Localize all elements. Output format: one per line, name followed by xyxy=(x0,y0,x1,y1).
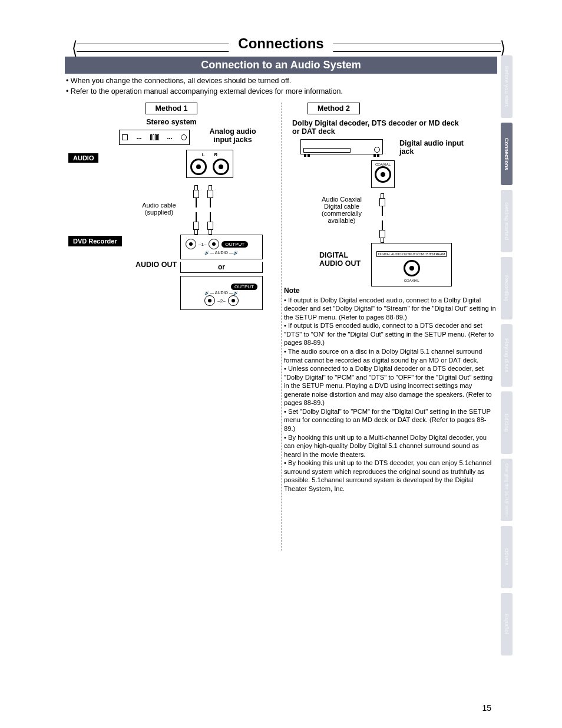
tab-getting-started[interactable]: Getting started xyxy=(501,190,513,252)
analog-input-label: Analog audio input jacks xyxy=(200,127,265,144)
note-item: • If output is DTS encoded audio, connec… xyxy=(284,321,497,347)
audio-pill: AUDIO xyxy=(68,153,98,163)
amplifier-icon xyxy=(119,130,190,145)
note-section: Note • If output is Dolby Digital encode… xyxy=(284,286,497,493)
decoder-label: Dolby Digital decoder, DTS decoder or MD… xyxy=(292,119,463,136)
chevron-left-icon: ⟨ xyxy=(72,38,77,59)
note-item: • By hooking this unit up to a Multi-cha… xyxy=(284,433,497,459)
cable-plugs-bottom xyxy=(193,212,213,235)
title-banner: ⟨ ⟩ Connections xyxy=(65,35,497,52)
cable-plugs-top xyxy=(193,185,213,207)
method2-label: Method 2 xyxy=(308,103,360,114)
deck-icon xyxy=(300,139,383,157)
method1-column: Method 1 Stereo system Analog xyxy=(65,103,278,493)
panel-header-label: DIGITAL AUDIO OUTPUT PCM / BITSTREAM xyxy=(376,251,447,257)
coax-plug-top xyxy=(379,193,385,216)
intro-line-2: • Refer to the operation manual accompan… xyxy=(65,87,497,97)
or-divider: or xyxy=(180,262,263,273)
analog-jacks-panel: LR xyxy=(186,150,233,178)
coax-cable-label: Audio Coaxial Digital cable (commerciall… xyxy=(312,196,371,224)
coax-plug-bottom xyxy=(379,220,385,243)
rca-jack-icon xyxy=(204,295,215,306)
note-item: • If output is Dolby Digital encoded aud… xyxy=(284,296,497,322)
output-panel-1: –1– OUTPUT 🔊— AUDIO —🔊 xyxy=(180,235,263,259)
digital-audio-out-label: DIGITAL AUDIO OUT xyxy=(319,251,372,268)
stereo-system-label: Stereo system xyxy=(65,118,278,126)
rca-jack-icon xyxy=(209,239,219,249)
tab-espanol[interactable]: Español xyxy=(501,593,513,655)
intro-notes: • When you change the connections, all d… xyxy=(65,76,497,97)
side-tabs: Before you start Connections Getting sta… xyxy=(501,55,513,655)
rca-jack-icon xyxy=(228,295,239,306)
column-divider xyxy=(281,103,282,551)
coax-jack-panel: COAXIAL xyxy=(371,160,395,188)
page-title: Connections xyxy=(229,35,333,52)
note-title: Note xyxy=(284,286,497,296)
intro-line-1: • When you change the connections, all d… xyxy=(65,76,497,87)
rca-jack-icon xyxy=(213,159,229,175)
coax-jack-icon xyxy=(375,166,391,183)
rca-jack-icon xyxy=(186,239,196,249)
panel-audio-label: AUDIO xyxy=(215,251,228,255)
tab-others[interactable]: Others xyxy=(501,526,513,588)
jack-l-label: L xyxy=(202,152,205,157)
tab-playing-discs[interactable]: Playing discs xyxy=(501,324,513,387)
method1-label: Method 1 xyxy=(146,103,198,114)
manual-page: ⟨ ⟩ Connections Connection to an Audio S… xyxy=(0,0,562,728)
method2-column: Method 2 Dolby Digital decoder, DTS deco… xyxy=(284,103,497,493)
digital-input-label: Digital audio input jack xyxy=(399,139,464,156)
panel-num-1: 1 xyxy=(201,242,203,247)
audio-out-label: AUDIO OUT xyxy=(135,261,177,269)
tab-connections[interactable]: Connections xyxy=(501,123,513,185)
panel-audio-label: AUDIO xyxy=(215,291,228,295)
tab-before-you-start[interactable]: Before you start xyxy=(501,55,513,118)
jack-r-label: R xyxy=(214,152,218,157)
page-number: 15 xyxy=(482,703,491,713)
tab-editing[interactable]: Editing xyxy=(501,391,513,454)
dvd-recorder-pill: DVD Recorder xyxy=(68,236,122,246)
section-subtitle: Connection to an Audio System xyxy=(65,57,497,74)
tab-changing-setup[interactable]: Changing the SETUP menu xyxy=(501,459,513,521)
note-item: • Unless connected to a Dolby Digital de… xyxy=(284,364,497,407)
rca-jack-icon xyxy=(190,159,207,175)
output-panel-2: OUTPUT 🔊— AUDIO —🔊 –2– xyxy=(180,276,263,310)
tab-recording[interactable]: Recording xyxy=(501,257,513,319)
output-pill: OUTPUT xyxy=(222,241,248,248)
note-item: • By hooking this unit up to the DTS dec… xyxy=(284,459,497,493)
coaxial-label: COAXIAL xyxy=(376,279,447,282)
digital-out-panel: DIGITAL AUDIO OUTPUT PCM / BITSTREAM COA… xyxy=(371,243,452,286)
audio-cable-label: Audio cable (supplied) xyxy=(130,202,189,216)
note-item: • The audio source on a disc in a Dolby … xyxy=(284,347,497,364)
output-pill: OUTPUT xyxy=(231,284,257,290)
panel-num-2: 2 xyxy=(220,298,223,304)
coax-jack-icon xyxy=(404,260,420,276)
note-item: • Set "Dolby Digital" to "PCM" for the "… xyxy=(284,407,497,433)
